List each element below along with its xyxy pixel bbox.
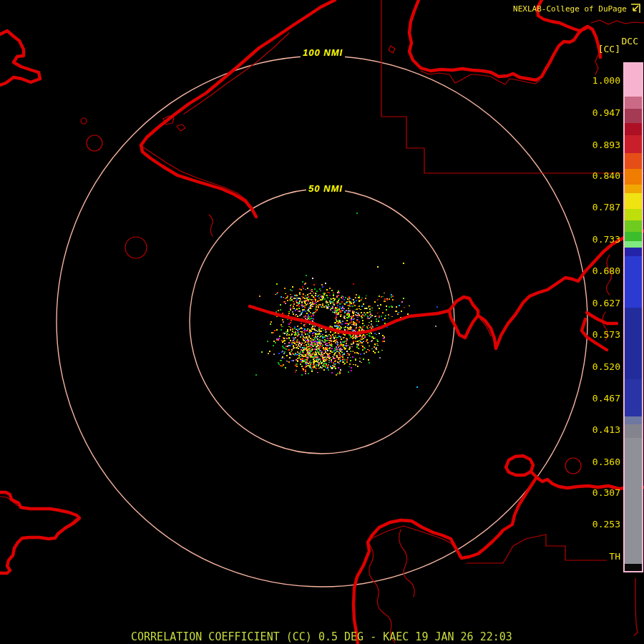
resize-arrow-icon[interactable] [630,4,640,14]
colorbar-segment [625,438,642,564]
map-coastline [506,456,533,475]
colorbar-tick-label: 0.947 [577,107,620,118]
map-coastline [353,477,537,644]
colorbar-segment [625,109,642,123]
colorbar-segment [625,64,642,97]
colorbar-segment [625,232,642,241]
colorbar-segment [625,193,642,209]
colorbar-tick-label: 0.627 [577,298,620,308]
colorbar-segment [625,220,642,232]
colorbar-segment [625,379,642,416]
map-boundary-line [177,125,185,131]
colorbar-segment [625,185,642,193]
colorbar-tick-label: 0.520 [577,361,620,372]
colorbar-tick-label: 0.413 [577,424,620,435]
range-ring-label-50nmi: 50 NMI [306,183,345,194]
colorbar-segment [625,564,642,571]
colorbar-tick-label: 0.253 [577,519,620,530]
colorbar-segment [625,97,642,109]
colorbar-segment [625,424,642,438]
status-bar: CORRELATION COEFFICIENT (CC) 0.5 DEG - K… [131,630,512,643]
map-circle-feature [81,118,87,124]
colorbar-tick-label: 0.467 [577,393,620,404]
colorbar-tick-label: 0.733 [577,234,620,245]
colorbar-segment [625,135,642,153]
map-boundary-line [591,20,644,24]
range-ring-50-nmi [190,189,454,454]
colorbar-tick-label: 0.573 [577,329,620,340]
colorbar-segment [625,248,642,256]
map-boundary-line [184,33,289,114]
colorbar-tick-label: TH [577,551,620,562]
colorbar [623,62,643,572]
colorbar-tick-label: 0.787 [577,202,620,213]
map-boundary-line [372,526,459,557]
colorbar-segment [625,209,642,220]
colorbar-tick-label: 0.680 [577,265,620,276]
app-title: NEXLAB-College of DuPage [513,4,627,14]
map-boundary-line [389,46,395,53]
colorbar-segment [625,416,642,424]
range-ring-label-100nmi: 100 NMI [301,47,345,58]
map-boundary-line [369,544,395,643]
map-boundary-line [209,215,213,236]
map-circle-feature [125,237,147,258]
map-coastline [587,313,617,323]
map-coastline [0,492,79,573]
colorbar-tick-label: 0.840 [577,170,620,181]
colorbar-tick-label: 1.000 [577,75,620,86]
map-boundary-line [634,578,638,635]
colorbar-segment [625,123,642,135]
colorbar-tick-label: 0.307 [577,487,620,498]
colorbar-segment [625,241,642,248]
map-boundary-line [595,54,598,74]
product-units-label: [CC] [598,44,620,54]
colorbar-segment [625,169,642,185]
colorbar-segment [625,308,642,379]
colorbar-tick-label: 0.893 [577,140,620,150]
radar-display: 100 NMI 50 NMI NEXLAB-College of DuPage … [0,0,644,644]
map-coastline [0,31,40,85]
colorbar-segment [625,153,642,169]
map-circle-feature [87,135,102,151]
map-coastline [250,306,449,333]
map-boundary-line [399,530,414,597]
colorbar-segment [625,256,642,308]
map-overlay [0,0,644,644]
product-code-label: DCC [622,36,638,47]
colorbar-tick-label: 0.360 [577,457,620,467]
